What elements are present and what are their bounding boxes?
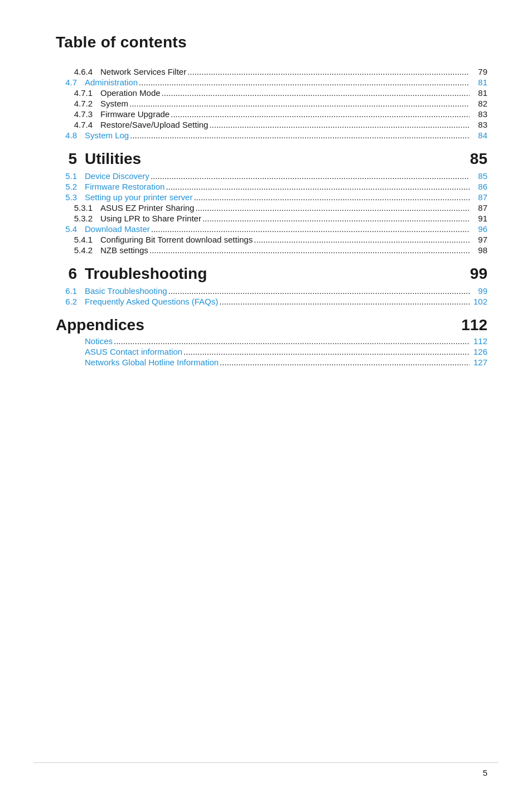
toc-num: 5.3 (56, 192, 85, 202)
footer-line (33, 762, 499, 763)
toc-row: 4.8System Log ..........................… (56, 131, 487, 140)
appendices-page-num: 112 (471, 336, 487, 346)
toc-label-dots: Basic Troubleshooting ..................… (85, 286, 471, 296)
toc-label: Device Discovery (85, 171, 149, 181)
toc-dots: ........................................… (151, 224, 470, 234)
toc-label-dots: Firmware Restoration ...................… (85, 182, 471, 191)
toc-num: 5.4 (56, 224, 85, 234)
toc-label-dots: Setting up your printer server .........… (85, 192, 471, 202)
toc-num: 4.6.4 (71, 67, 100, 76)
toc-num: 6.2 (56, 297, 85, 306)
appendices-page-num: 127 (471, 357, 487, 367)
section-title: Troubleshooting (85, 265, 465, 283)
toc-row: 6.2Frequently Asked Questions (FAQs) ...… (56, 297, 487, 306)
toc-row: 4.7.4Restore/Save/Upload Setting .......… (56, 120, 487, 129)
appendices-dots: ........................................… (220, 357, 470, 367)
section-title: Utilities (85, 150, 465, 168)
toc-label: NZB settings (100, 245, 148, 255)
toc-num: 5.4.2 (71, 245, 100, 255)
toc-label: ASUS EZ Printer Sharing (100, 203, 194, 212)
toc-dots: ........................................… (130, 131, 470, 140)
toc-row: 5.4Download Master .....................… (56, 224, 487, 234)
appendices-label-dots: Notices ................................… (85, 336, 471, 346)
toc-row: 5.1Device Discovery ....................… (56, 171, 487, 181)
toc-num: 4.7.1 (71, 88, 100, 98)
appendices-label: Notices (85, 336, 113, 346)
toc-num: 4.7 (56, 78, 85, 87)
toc-page: 91 (471, 214, 487, 223)
appendices-title: Appendices (56, 316, 461, 334)
appendices-row: Networks Global Hotline Information ....… (56, 357, 487, 367)
appendices-label: Networks Global Hotline Information (85, 357, 219, 367)
toc-dots: ........................................… (195, 203, 470, 212)
appendices-label-dots: Networks Global Hotline Information ....… (85, 357, 471, 367)
toc-label: Restore/Save/Upload Setting (100, 120, 208, 129)
toc-label: Firmware Restoration (85, 182, 165, 191)
toc-row: 5.4.1Configuring Bit Torrent download se… (56, 235, 487, 244)
section-number: 6 (56, 265, 85, 283)
toc-label: Network Services Filter (100, 67, 186, 76)
toc-label-dots: Restore/Save/Upload Setting ............… (100, 120, 471, 129)
toc-label: Basic Troubleshooting (85, 286, 167, 296)
appendices-label: ASUS Contact information (85, 347, 182, 356)
toc-label: Configuring Bit Torrent download setting… (100, 235, 253, 244)
toc-label-dots: System .................................… (100, 99, 471, 108)
section-header: 6Troubleshooting99 (56, 265, 487, 283)
toc-page: 96 (471, 224, 487, 234)
toc-label-dots: NZB settings ...........................… (100, 245, 471, 255)
toc-num: 5.1 (56, 171, 85, 181)
toc-dots: ........................................… (151, 171, 470, 181)
footer-page-number: 5 (483, 768, 487, 777)
toc-dots: ........................................… (187, 67, 470, 76)
toc-dots: ........................................… (129, 99, 470, 108)
toc-label: Setting up your printer server (85, 192, 192, 202)
toc-row: 4.7.3Firmware Upgrade ..................… (56, 109, 487, 119)
toc-label-dots: Device Discovery .......................… (85, 171, 471, 181)
toc-dots: ........................................… (209, 120, 470, 129)
section-6-container: 6Troubleshooting996.1Basic Troubleshooti… (56, 265, 487, 306)
toc-row: 6.1Basic Troubleshooting ...............… (56, 286, 487, 296)
toc-label-dots: ASUS EZ Printer Sharing ................… (100, 203, 471, 212)
appendices-row: ASUS Contact information ...............… (56, 347, 487, 356)
toc-dots: ........................................… (139, 78, 470, 87)
section-5-container: 5Utilities855.1Device Discovery ........… (56, 150, 487, 255)
toc-dots: ........................................… (166, 182, 470, 191)
toc-row: 5.3.2Using LPR to Share Printer ........… (56, 214, 487, 223)
section-number: 5 (56, 150, 85, 168)
toc-row: 5.2Firmware Restoration ................… (56, 182, 487, 191)
toc-num: 4.8 (56, 131, 85, 140)
toc-page: 84 (471, 131, 487, 140)
appendices-container: Appendices112Notices ...................… (56, 316, 487, 367)
toc-row: 5.3Setting up your printer server ......… (56, 192, 487, 202)
appendices-header: Appendices112 (56, 316, 487, 334)
section-page: 99 (465, 265, 487, 283)
toc-num: 5.3.1 (71, 203, 100, 212)
toc-label: Using LPR to Share Printer (100, 214, 201, 223)
toc-page: 83 (471, 109, 487, 119)
toc-page: 83 (471, 120, 487, 129)
appendices-page-num: 126 (471, 347, 487, 356)
toc-label-dots: Administration .........................… (85, 78, 471, 87)
toc-page: 98 (471, 245, 487, 255)
toc-dots: ........................................… (202, 214, 470, 223)
section-header: 5Utilities85 (56, 150, 487, 168)
toc-num: 5.2 (56, 182, 85, 191)
toc-row: 4.7Administration ......................… (56, 78, 487, 87)
toc-label-dots: Download Master ........................… (85, 224, 471, 234)
toc-page: 87 (471, 203, 487, 212)
toc-dots: ........................................… (254, 235, 470, 244)
toc-row: 4.7.2System ............................… (56, 99, 487, 108)
toc-title: Table of contents (56, 33, 487, 51)
toc-page: 86 (471, 182, 487, 191)
toc-label: Frequently Asked Questions (FAQs) (85, 297, 218, 306)
toc-num: 4.7.3 (71, 109, 100, 119)
toc-page: 81 (471, 78, 487, 87)
toc-row: 4.6.4Network Services Filter ...........… (56, 67, 487, 76)
toc-label: System Log (85, 131, 129, 140)
toc-page: 85 (471, 171, 487, 181)
toc-initial-entries: 4.6.4Network Services Filter ...........… (56, 67, 487, 140)
page-container: Table of contents 4.6.4Network Services … (0, 0, 532, 413)
toc-label: System (100, 99, 128, 108)
appendices-page: 112 (461, 316, 487, 334)
toc-label: Operation Mode (100, 88, 161, 98)
